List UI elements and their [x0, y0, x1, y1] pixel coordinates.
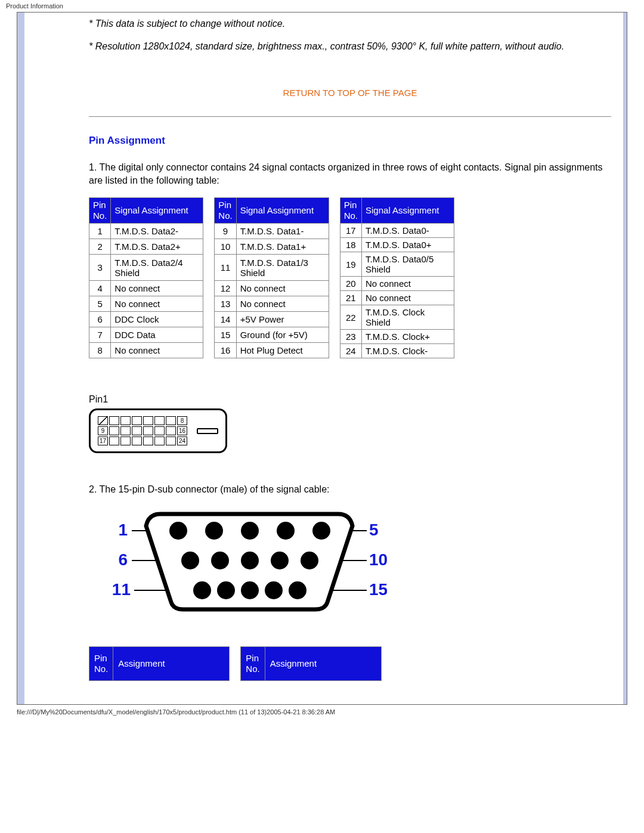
table-row: 1T.M.D.S. Data2-	[89, 224, 203, 239]
table-row: 24T.M.D.S. Clock-	[340, 344, 454, 358]
return-top-link[interactable]: RETURN TO TOP OF THE PAGE	[283, 88, 417, 98]
signal-cell: No connect	[236, 296, 329, 312]
svg-point-14	[271, 552, 289, 569]
dvi-pin	[143, 426, 153, 435]
table-row: 19T.M.D.S. Data0/5 Shield	[340, 252, 454, 277]
dvi-connector-diagram: 8 9 16 17	[89, 408, 611, 453]
svg-point-8	[241, 522, 259, 540]
page-header: Product Information	[0, 0, 644, 12]
dvi-pin-17: 17	[98, 436, 108, 445]
dvi-pin	[154, 426, 165, 435]
vga-tables: Pin No. Assignment Pin No. Assignment	[89, 646, 611, 681]
page-footer: file:///D|/My%20Documents/dfu/X_model/en…	[0, 705, 644, 721]
signal-cell: T.M.D.S. Data0-	[362, 224, 454, 238]
dvi-table-col1: Pin No. Signal Assignment 1T.M.D.S. Data…	[89, 197, 203, 358]
pin1-label: Pin1	[89, 394, 611, 405]
section-divider	[89, 116, 611, 117]
th-assignment: Assignment	[265, 646, 381, 680]
dvi-pin	[166, 426, 176, 435]
main-content: * This data is subject to change without…	[24, 13, 623, 704]
dvi-pin-8: 8	[177, 416, 187, 425]
dvi-pin	[132, 436, 142, 445]
svg-point-7	[205, 522, 223, 540]
dvi-ground-slot	[197, 428, 218, 434]
pin-number-cell: 2	[89, 239, 111, 255]
table-row: 8No connect	[89, 343, 203, 358]
svg-point-12	[211, 552, 229, 569]
th-signal: Signal Assignment	[111, 198, 203, 224]
table-row: 23T.M.D.S. Clock+	[340, 330, 454, 344]
signal-cell: T.M.D.S. Data1+	[236, 239, 329, 255]
signal-cell: No connect	[111, 281, 203, 296]
pin-number-cell: 10	[215, 239, 236, 255]
table-row: 18T.M.D.S. Data0+	[340, 238, 454, 252]
dvi-tables: Pin No. Signal Assignment 1T.M.D.S. Data…	[89, 197, 611, 358]
content-frame: * This data is subject to change without…	[17, 12, 627, 705]
dvi-pin-24: 24	[177, 436, 187, 445]
signal-cell: T.M.D.S. Data1/3 Shield	[236, 255, 329, 281]
vga-table-left: Pin No. Assignment	[89, 646, 230, 681]
dvi-pin	[143, 436, 153, 445]
dvi-pin	[120, 416, 131, 425]
dvi-table-col3: Pin No. Signal Assignment 17T.M.D.S. Dat…	[340, 197, 454, 358]
signal-cell: T.M.D.S. Clock-	[362, 344, 454, 358]
pin-number-cell: 21	[340, 291, 361, 305]
table-row: 9T.M.D.S. Data1-	[215, 224, 329, 239]
pin-number-cell: 16	[215, 343, 236, 358]
table-row: 22T.M.D.S. Clock Shield	[340, 305, 454, 330]
pin-number-cell: 11	[215, 255, 236, 281]
pin-number-cell: 13	[215, 296, 236, 312]
dvi-pin	[166, 416, 176, 425]
vga-table-right: Pin No. Assignment	[240, 646, 381, 681]
dvi-pin	[132, 416, 142, 425]
signal-cell: T.M.D.S. Data2-	[111, 224, 203, 239]
table-row: 2T.M.D.S. Data2+	[89, 239, 203, 255]
table-row: 10T.M.D.S. Data1+	[215, 239, 329, 255]
signal-cell: No connect	[111, 296, 203, 312]
pin-number-cell: 5	[89, 296, 111, 312]
pin-number-cell: 19	[340, 252, 361, 277]
pin-number-cell: 9	[215, 224, 236, 239]
svg-point-6	[169, 522, 187, 540]
svg-point-16	[193, 581, 211, 599]
dvi-pin	[109, 416, 119, 425]
dvi-pin	[120, 426, 131, 435]
table-row: 16Hot Plug Detect	[215, 343, 329, 358]
dvi-pin	[132, 426, 142, 435]
th-pin-no: Pin No.	[89, 198, 111, 224]
dvi-intro-text: 1. The digital only connector contains 2…	[89, 161, 611, 187]
dvi-pin	[109, 436, 119, 445]
table-row: 21No connect	[340, 291, 454, 305]
signal-cell: Hot Plug Detect	[236, 343, 329, 358]
th-assignment: Assignment	[113, 646, 230, 680]
signal-cell: T.M.D.S. Data2/4 Shield	[111, 255, 203, 281]
pin-number-cell: 1	[89, 224, 111, 239]
signal-cell: DDC Clock	[111, 312, 203, 327]
dsub-label-10: 10	[369, 550, 387, 569]
return-top-wrap: RETURN TO TOP OF THE PAGE	[89, 88, 611, 98]
svg-point-19	[265, 581, 283, 599]
signal-cell: +5V Power	[236, 312, 329, 327]
pin-number-cell: 4	[89, 281, 111, 296]
dvi-pin	[120, 436, 131, 445]
notice-resolution: * Resolution 1280x1024, standard size, b…	[89, 41, 611, 52]
svg-point-11	[181, 552, 199, 569]
pin-number-cell: 23	[340, 330, 361, 344]
pin-number-cell: 6	[89, 312, 111, 327]
pin-assignment-heading: Pin Assignment	[89, 135, 611, 147]
dsub-connector-diagram: 1 6 11 5 10 15	[113, 507, 611, 617]
signal-cell: No connect	[362, 291, 454, 305]
svg-point-20	[289, 581, 306, 599]
dvi-pin	[154, 416, 165, 425]
signal-cell: T.M.D.S. Data0/5 Shield	[362, 252, 454, 277]
table-row: 6DDC Clock	[89, 312, 203, 327]
signal-cell: T.M.D.S. Data0+	[362, 238, 454, 252]
th-pin-no: Pin No.	[241, 646, 265, 680]
table-row: 4No connect	[89, 281, 203, 296]
table-row: 11T.M.D.S. Data1/3 Shield	[215, 255, 329, 281]
table-row: 15Ground (for +5V)	[215, 327, 329, 343]
pin-number-cell: 15	[215, 327, 236, 343]
th-pin-no: Pin No.	[89, 646, 113, 680]
dsub-label-6: 6	[118, 550, 128, 569]
table-row: 5No connect	[89, 296, 203, 312]
